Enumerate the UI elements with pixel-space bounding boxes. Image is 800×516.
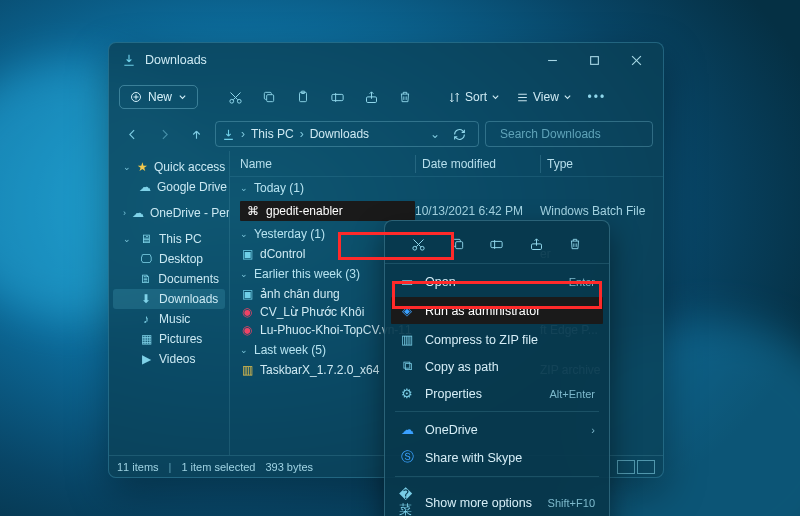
ctx-copy-path[interactable]: ⧉ Copy as path [385, 353, 609, 380]
properties-icon: ⚙ [399, 386, 415, 401]
group-header[interactable]: ⌄Today (1) [230, 177, 663, 199]
status-count: 11 items [117, 461, 159, 473]
refresh-button[interactable] [446, 121, 472, 147]
nav-music[interactable]: ♪Music [113, 309, 225, 329]
breadcrumb-seg[interactable]: Downloads [310, 127, 369, 141]
chevron-down-icon[interactable]: ⌄ [430, 127, 440, 141]
ctx-skype[interactable]: Ⓢ Share with Skype [385, 443, 609, 472]
view-button[interactable]: View [510, 86, 578, 108]
view-label: View [533, 90, 559, 104]
zip-icon: ▥ [399, 332, 415, 347]
svg-point-21 [420, 246, 424, 250]
delete-icon[interactable] [564, 233, 586, 255]
close-button[interactable] [615, 45, 657, 75]
nav-this-pc[interactable]: ⌄🖥This PC [113, 229, 225, 249]
back-button[interactable] [119, 121, 145, 147]
window-title: Downloads [145, 53, 531, 67]
skype-icon: Ⓢ [399, 449, 415, 466]
status-size: 393 bytes [265, 461, 313, 473]
nav-documents[interactable]: 🗎Documents [113, 269, 225, 289]
nav-google-drive[interactable]: ☁Google Drive [113, 177, 225, 197]
more-icon: �菜 [399, 487, 415, 516]
minimize-button[interactable] [531, 45, 573, 75]
nav-quick-access[interactable]: ⌄★Quick access [113, 157, 225, 177]
shield-icon: ◈ [399, 303, 415, 318]
sort-label: Sort [465, 90, 487, 104]
rename-icon[interactable] [322, 83, 352, 111]
svg-point-20 [413, 246, 417, 250]
sort-button[interactable]: Sort [442, 86, 506, 108]
onedrive-icon: ☁ [399, 422, 415, 437]
downloads-icon [222, 128, 235, 141]
svg-point-7 [229, 99, 233, 103]
col-name[interactable]: Name [240, 155, 415, 173]
titlebar: Downloads [109, 43, 663, 77]
svg-rect-9 [267, 95, 274, 102]
delete-icon[interactable] [390, 83, 420, 111]
col-type[interactable]: Type [540, 155, 663, 173]
col-date[interactable]: Date modified [415, 155, 540, 173]
ctx-compress[interactable]: ▥ Compress to ZIP file [385, 326, 609, 353]
svg-rect-1 [590, 56, 598, 64]
svg-rect-12 [331, 94, 342, 100]
open-icon: ▭ [399, 274, 415, 289]
search-input[interactable] [500, 127, 650, 141]
forward-button[interactable] [151, 121, 177, 147]
address-bar-row: › This PC › Downloads ⌄ [109, 117, 663, 151]
svg-point-8 [237, 99, 241, 103]
nav-videos[interactable]: ▶Videos [113, 349, 225, 369]
cut-icon[interactable] [220, 83, 250, 111]
new-button[interactable]: New [119, 85, 198, 109]
search-box[interactable] [485, 121, 653, 147]
svg-rect-23 [491, 241, 502, 247]
folder-icon: ▣ [240, 247, 254, 261]
nav-pictures[interactable]: ▦Pictures [113, 329, 225, 349]
copy-icon[interactable] [254, 83, 284, 111]
nav-desktop[interactable]: 🖵Desktop [113, 249, 225, 269]
batch-file-icon: ⌘ [246, 204, 260, 218]
new-label: New [148, 90, 172, 104]
paste-icon[interactable] [288, 83, 318, 111]
pdf-icon: ◉ [240, 323, 254, 337]
address-bar[interactable]: › This PC › Downloads ⌄ [215, 121, 479, 147]
more-icon[interactable]: ••• [582, 83, 612, 111]
up-button[interactable] [183, 121, 209, 147]
share-icon[interactable] [356, 83, 386, 111]
cut-icon[interactable] [408, 233, 430, 255]
context-menu: ▭ OpenEnter ◈ Run as administrator ▥ Com… [384, 220, 610, 516]
copy-icon: ⧉ [399, 359, 415, 374]
ctx-run-as-admin[interactable]: ◈ Run as administrator [391, 297, 603, 324]
share-icon[interactable] [525, 233, 547, 255]
nav-onedrive[interactable]: ›☁OneDrive - Perso [113, 203, 225, 223]
status-selected: 1 item selected [181, 461, 255, 473]
copy-icon[interactable] [447, 233, 469, 255]
rename-icon[interactable] [486, 233, 508, 255]
downloads-icon [121, 52, 137, 68]
ctx-open[interactable]: ▭ OpenEnter [385, 268, 609, 295]
toolbar: New Sort View ••• [109, 77, 663, 117]
zip-icon: ▥ [240, 363, 254, 377]
nav-downloads[interactable]: ⬇Downloads [113, 289, 225, 309]
maximize-button[interactable] [573, 45, 615, 75]
ctx-onedrive[interactable]: ☁ OneDrive› [385, 416, 609, 443]
folder-icon: ▣ [240, 287, 254, 301]
view-mode-icons[interactable] [617, 460, 655, 474]
pdf-icon: ◉ [240, 305, 254, 319]
breadcrumb-seg[interactable]: This PC [251, 127, 294, 141]
ctx-properties[interactable]: ⚙ PropertiesAlt+Enter [385, 380, 609, 407]
ctx-more-options[interactable]: �菜 Show more optionsShift+F10 [385, 481, 609, 516]
nav-pane: ⌄★Quick access ☁Google Drive ›☁OneDrive … [109, 151, 229, 455]
svg-rect-22 [455, 242, 462, 249]
column-headers[interactable]: Name Date modified Type [230, 151, 663, 177]
